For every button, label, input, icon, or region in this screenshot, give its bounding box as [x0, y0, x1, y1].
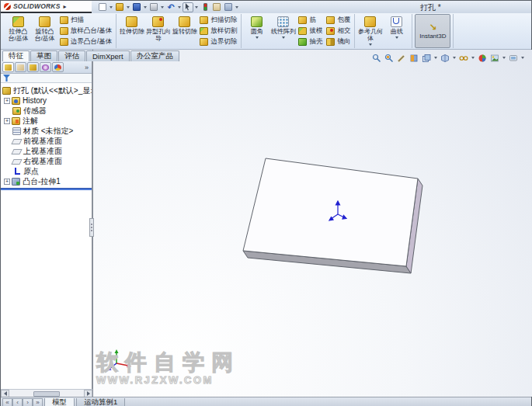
tab-office-products[interactable]: 办公室产品: [130, 50, 180, 61]
hole-wizard-button[interactable]: 异型孔向导: [145, 14, 171, 48]
linear-pattern-button[interactable]: 线性阵列: [270, 14, 296, 48]
model-canvas: [93, 50, 532, 397]
revolved-boss-base-button[interactable]: 旋转凸台/基体: [32, 14, 57, 48]
expander-icon[interactable]: +: [4, 118, 10, 124]
displaymanager-tab[interactable]: [52, 62, 64, 72]
boundary-boss-button[interactable]: 边界凸台/基体: [60, 36, 112, 47]
propertymanager-icon: [17, 64, 24, 71]
panel-overflow-button[interactable]: »: [85, 64, 90, 71]
options-icon: [224, 3, 232, 11]
undo-button[interactable]: ↶: [165, 2, 176, 12]
reference-geometry-button[interactable]: 参考几何体: [357, 14, 383, 48]
graphics-area[interactable]: 软件自学网 WWW.RJZXW.COM: [92, 50, 532, 397]
swept-cut-button[interactable]: 扫描切除: [200, 16, 237, 26]
tab-sketch[interactable]: 草图: [30, 50, 57, 61]
new-dropdown-caret-icon[interactable]: [110, 6, 113, 9]
curves-button[interactable]: 曲线: [384, 14, 409, 48]
solidworks-logo-icon: [4, 3, 11, 10]
revolved-cut-button[interactable]: 旋转切除: [172, 14, 197, 48]
tab-evaluate[interactable]: 评估: [58, 50, 85, 61]
linear-pattern-dropdown-caret-icon[interactable]: [282, 36, 285, 39]
print-button[interactable]: [148, 2, 159, 12]
extruded-cut-button[interactable]: 拉伸切除: [119, 14, 144, 48]
fillet-button[interactable]: 圆角: [244, 14, 269, 48]
tree-item-label: 注解: [23, 116, 38, 126]
open-dropdown-caret-icon[interactable]: [127, 6, 130, 9]
tree-item-history[interactable]: + History: [1, 95, 92, 106]
expander-icon[interactable]: +: [4, 98, 10, 104]
featuremanager-tree-tab[interactable]: [2, 62, 14, 72]
tree-item-sensors[interactable]: 传感器: [1, 106, 92, 116]
menu-expand-arrow-icon[interactable]: ▸: [64, 3, 67, 10]
revolved-cut-icon: [179, 16, 190, 27]
linear-pattern-label: 线性阵列: [271, 28, 296, 35]
undo-dropdown-caret-icon[interactable]: [178, 6, 181, 9]
loft-boss-button[interactable]: 放样凸台/基体: [60, 26, 112, 36]
boundary-cut-icon: [200, 38, 208, 46]
tree-item-label: History: [23, 96, 47, 105]
reference-geometry-dropdown-caret-icon[interactable]: [369, 43, 372, 46]
tree-item-annotations[interactable]: + 注解: [1, 116, 92, 126]
fillet-dropdown-caret-icon[interactable]: [256, 36, 259, 39]
save-dropdown-caret-icon[interactable]: [144, 6, 147, 9]
mirror-label: 镜向: [337, 37, 350, 47]
previous-study-button[interactable]: ‹: [12, 398, 23, 406]
scrollbar-thumb[interactable]: [33, 391, 60, 397]
mirror-button[interactable]: 镜向: [326, 36, 350, 47]
file-properties-button[interactable]: [211, 2, 222, 12]
reference-geometry-icon: [364, 16, 376, 27]
draft-button[interactable]: 拔模: [298, 26, 322, 36]
curves-dropdown-caret-icon[interactable]: [395, 36, 398, 39]
printer-icon: [150, 3, 158, 11]
panel-splitter-handle[interactable]: [89, 218, 94, 237]
scrollbar-track[interactable]: [9, 391, 84, 397]
rebuild-button[interactable]: [200, 2, 210, 12]
dimxpertmanager-tab[interactable]: [40, 62, 51, 72]
solidworks-menu[interactable]: SOLIDWORKS ▸: [1, 1, 92, 13]
options-dropdown-caret-icon[interactable]: [235, 6, 238, 9]
last-study-button[interactable]: »: [33, 398, 43, 406]
boundary-cut-button[interactable]: 边界切除: [200, 36, 237, 47]
expander-icon[interactable]: +: [4, 179, 10, 185]
tree-root-item[interactable]: 打孔 (默认<<默认>_显示状态: [1, 85, 92, 95]
wrap-button[interactable]: 包覆: [326, 16, 350, 26]
rollback-bar[interactable]: [1, 188, 92, 190]
feature-manager-panel: » 打孔 (默认<<默认>_显示状态 + History 传感器 +: [1, 61, 92, 389]
tree-item-front-plane[interactable]: 前视基准面: [1, 136, 92, 146]
options-button[interactable]: [223, 2, 234, 12]
next-study-button[interactable]: ›: [23, 398, 33, 406]
tree-item-right-plane[interactable]: 右视基准面: [1, 156, 92, 166]
annotations-folder-icon: [12, 117, 20, 125]
model-tab[interactable]: 模型: [44, 398, 75, 406]
propertymanager-tab[interactable]: [15, 62, 26, 72]
shell-button[interactable]: 抽壳: [298, 36, 322, 47]
tree-item-top-plane[interactable]: 上视基准面: [1, 146, 92, 156]
part-top-face[interactable]: [243, 158, 418, 266]
tree-item-origin[interactable]: 原点: [1, 166, 92, 176]
tab-features[interactable]: 特征: [2, 50, 30, 61]
rib-button[interactable]: 筋: [298, 16, 322, 26]
intersect-button[interactable]: 相交: [326, 26, 350, 36]
sweep-boss-button[interactable]: 扫描: [60, 16, 112, 26]
part-body[interactable]: [243, 158, 422, 273]
print-dropdown-caret-icon[interactable]: [161, 6, 164, 9]
select-button[interactable]: [183, 2, 193, 12]
study-tab-bar: « ‹ › » 模型 运动算例1: [1, 397, 531, 406]
tab-dimxpert[interactable]: DimXpert: [86, 50, 130, 61]
first-study-button[interactable]: «: [2, 398, 12, 406]
select-dropdown-caret-icon[interactable]: [195, 6, 198, 9]
tree-filter-row[interactable]: [1, 74, 92, 83]
extruded-boss-label: 拉伸凸台/基体: [5, 28, 31, 42]
tree-item-boss-extrude1[interactable]: + 凸台-拉伸1: [1, 176, 92, 186]
new-document-button[interactable]: [97, 2, 108, 12]
instant3d-button[interactable]: ↘ Instant3D: [415, 14, 450, 48]
configurationmanager-tab[interactable]: [27, 62, 39, 72]
tree-item-material[interactable]: 材质 <未指定>: [1, 126, 92, 136]
ribbon-group-instant3d: ↘ Instant3D: [412, 14, 454, 48]
origin-icon: [12, 168, 21, 175]
lofted-cut-button[interactable]: 放样切割: [200, 26, 237, 36]
open-button[interactable]: [114, 2, 125, 12]
extruded-boss-base-button[interactable]: 拉伸凸台/基体: [5, 14, 31, 48]
save-button[interactable]: [131, 2, 142, 12]
motion-study-tab[interactable]: 运动算例1: [76, 398, 125, 406]
